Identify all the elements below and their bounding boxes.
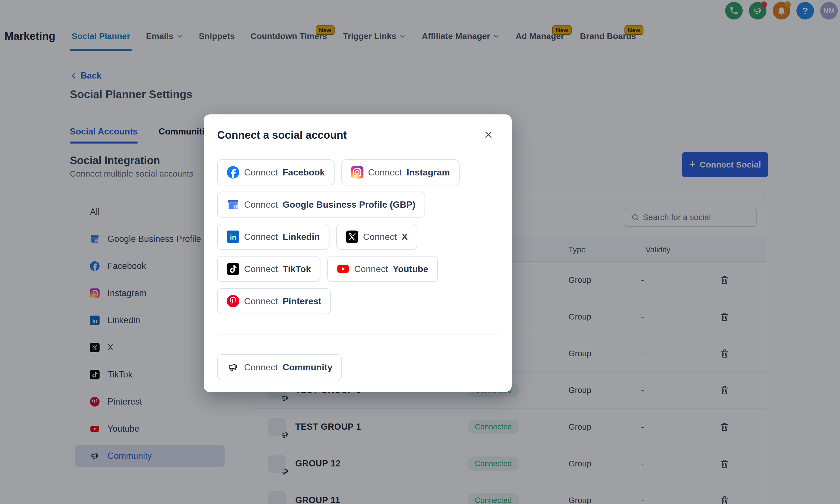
platform-icon: in	[227, 231, 239, 243]
community-megaphone-icon	[227, 361, 239, 374]
platform-name: Facebook	[282, 167, 325, 178]
platform-icon	[346, 231, 358, 243]
platform-icon	[227, 263, 239, 275]
platform-name: Youtube	[393, 264, 428, 274]
connect-pinterest-button[interactable]: Connect Pinterest	[217, 288, 331, 314]
modal-divider	[217, 334, 498, 335]
close-modal-button[interactable]	[483, 129, 494, 140]
platform-icon: G	[227, 198, 239, 211]
connect-prefix: Connect	[244, 362, 278, 373]
platform-icon	[227, 166, 239, 179]
platform-name: Instagram	[407, 167, 450, 178]
connect-instagram-button[interactable]: Connect Instagram	[341, 159, 460, 185]
platform-name: TikTok	[282, 264, 311, 274]
connect-linkedin-button[interactable]: in Connect Linkedin	[217, 224, 329, 250]
connect-google-business-profile-gbp-button[interactable]: G Connect Google Business Profile (GBP)	[217, 192, 425, 218]
svg-text:in: in	[230, 233, 236, 241]
connect-tiktok-button[interactable]: Connect TikTok	[217, 256, 321, 282]
platform-name: Linkedin	[282, 232, 320, 242]
platform-icon	[337, 263, 349, 275]
svg-text:G: G	[234, 205, 236, 208]
connect-prefix: Connect	[244, 199, 278, 210]
connect-x-button[interactable]: Connect X	[336, 224, 417, 250]
platform-icon	[351, 166, 363, 179]
modal-title: Connect a social account	[217, 129, 347, 141]
connect-community-button[interactable]: Connect Community	[217, 354, 342, 380]
connect-social-modal: Connect a social account Connect Faceboo…	[204, 114, 512, 392]
connect-prefix: Connect	[244, 232, 278, 242]
platform-name: Pinterest	[282, 296, 321, 307]
connect-prefix: Connect	[363, 232, 397, 242]
connect-prefix: Connect	[244, 167, 278, 178]
platform-name: Google Business Profile (GBP)	[282, 199, 415, 210]
connect-facebook-button[interactable]: Connect Facebook	[217, 159, 335, 185]
connect-prefix: Connect	[354, 264, 388, 274]
platform-icon	[227, 295, 239, 307]
connect-youtube-button[interactable]: Connect Youtube	[327, 256, 438, 282]
connect-prefix: Connect	[244, 264, 278, 274]
close-icon	[484, 130, 493, 139]
platform-name: Community	[282, 362, 332, 373]
platform-name: X	[401, 232, 408, 242]
connect-prefix: Connect	[244, 296, 278, 307]
connect-prefix: Connect	[368, 167, 402, 178]
